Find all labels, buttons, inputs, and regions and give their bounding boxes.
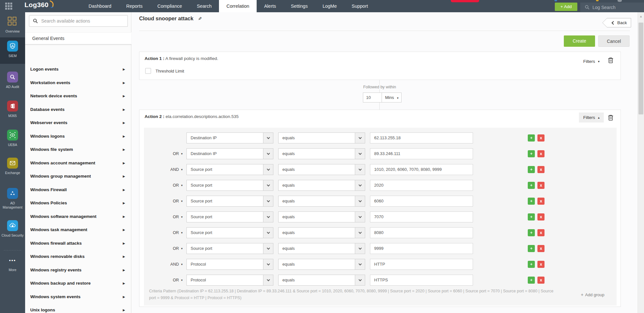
sidebar-module-ueba[interactable]: UEBA	[0, 130, 25, 147]
condition-select[interactable]: equals	[278, 259, 365, 270]
followed-by-value-input[interactable]: 10	[363, 93, 382, 103]
condition-select[interactable]: equals	[278, 164, 365, 175]
scroll-up-arrow[interactable]: ▲	[638, 14, 644, 19]
apps-grid-icon[interactable]	[5, 3, 13, 10]
sidebar-module-exchange[interactable]: Exchange	[0, 158, 25, 175]
sidebar-module-m365[interactable]: M365	[0, 101, 25, 118]
field-select[interactable]: Source port	[186, 180, 273, 191]
category-item[interactable]: Unix logons▸	[25, 303, 131, 313]
condition-select[interactable]: equals	[278, 243, 365, 254]
field-select[interactable]: Source port	[186, 164, 273, 175]
field-select[interactable]: Destination IP	[186, 132, 273, 143]
add-criteria-button[interactable]: +	[528, 229, 535, 236]
field-select[interactable]: Source port	[186, 196, 273, 207]
field-select[interactable]: Destination IP	[186, 148, 273, 159]
condition-select[interactable]: equals	[278, 275, 365, 286]
field-select[interactable]: Source port	[186, 243, 273, 254]
sidebar-module-siem[interactable]: SIEM	[0, 37, 25, 64]
back-button[interactable]: Back	[602, 18, 631, 27]
nav-item-dashboard[interactable]: Dashboard	[81, 0, 119, 12]
category-item[interactable]: Windows file system▸	[25, 143, 131, 156]
remove-criteria-button[interactable]: x	[537, 245, 545, 252]
condition-select[interactable]: equals	[278, 180, 365, 191]
condition-select[interactable]: equals	[278, 196, 365, 207]
nav-item-reports[interactable]: Reports	[119, 0, 150, 12]
field-select[interactable]: Source port	[186, 211, 273, 222]
value-input[interactable]: HTTPS	[370, 275, 473, 286]
field-select[interactable]: Protocol	[186, 259, 273, 270]
scrollbar-thumb[interactable]	[639, 23, 643, 114]
operator-select[interactable]: OR▾	[161, 180, 183, 191]
action2-delete-icon[interactable]	[608, 114, 613, 122]
add-button[interactable]: + Add	[555, 3, 577, 11]
category-item[interactable]: Windows firewall attacks▸	[25, 237, 131, 250]
remove-criteria-button[interactable]: x	[537, 134, 545, 142]
add-criteria-button[interactable]: +	[528, 150, 535, 157]
value-input[interactable]: 7070	[370, 211, 473, 222]
sidebar-module-ad-audit[interactable]: AD Audit	[0, 72, 25, 89]
action1-delete-icon[interactable]	[608, 57, 613, 65]
actions-search-input[interactable]: Search available actions	[29, 15, 128, 27]
category-item[interactable]: Database events▸	[25, 103, 131, 116]
remove-criteria-button[interactable]: x	[537, 213, 545, 220]
value-input[interactable]: 62.113.255.18	[370, 132, 473, 143]
category-item[interactable]: Windows software management▸	[25, 210, 131, 223]
create-button[interactable]: Create	[564, 35, 595, 47]
remove-criteria-button[interactable]: x	[537, 166, 545, 173]
operator-select[interactable]: OR▾	[161, 211, 183, 222]
nav-item-alerts[interactable]: Alerts	[257, 0, 283, 12]
sidebar-module-overview[interactable]: Overview	[0, 16, 25, 34]
condition-select[interactable]: equals	[278, 132, 365, 143]
nav-item-logme[interactable]: LogMe	[315, 0, 344, 12]
add-criteria-button[interactable]: +	[528, 213, 535, 220]
edit-title-icon[interactable]: ✎	[198, 16, 202, 21]
sidebar-module-ad-management[interactable]: AD Management	[0, 188, 25, 210]
sidebar-module-more[interactable]: •••More	[0, 255, 25, 272]
field-select[interactable]: Protocol	[186, 275, 273, 286]
category-item[interactable]: Windows Firewall▸	[25, 183, 131, 196]
log360-logo[interactable]: Log360	[24, 1, 55, 9]
operator-select[interactable]: AND▾	[161, 259, 183, 270]
action1-filters-toggle[interactable]: Filters ▾	[579, 56, 604, 66]
remove-criteria-button[interactable]: x	[537, 229, 545, 236]
condition-select[interactable]: equals	[278, 211, 365, 222]
add-criteria-button[interactable]: +	[528, 134, 535, 142]
value-input[interactable]: HTTP	[370, 259, 473, 270]
add-criteria-button[interactable]: +	[528, 261, 535, 268]
operator-select[interactable]: OR▾	[161, 243, 183, 254]
value-input[interactable]: 9999	[370, 243, 473, 254]
remove-criteria-button[interactable]: x	[537, 198, 545, 205]
value-input[interactable]: 6060	[370, 196, 473, 207]
category-item[interactable]: Windows task management▸	[25, 223, 131, 236]
category-item[interactable]: Windows Policies▸	[25, 196, 131, 210]
category-item[interactable]: Windows logons▸	[25, 130, 131, 143]
operator-select[interactable]: OR▾	[161, 275, 183, 286]
category-item[interactable]: Windows group management▸	[25, 170, 131, 183]
vertical-scrollbar[interactable]: ▲	[638, 12, 644, 313]
operator-select[interactable]: AND▾	[161, 164, 183, 175]
category-item[interactable]: Network device events▸	[25, 89, 131, 103]
action2-filters-toggle[interactable]: Filters ▴	[579, 112, 604, 122]
nav-item-search[interactable]: Search	[189, 0, 219, 12]
value-input[interactable]: 8080	[370, 227, 473, 238]
operator-select[interactable]: OR▾	[161, 148, 183, 159]
log-search-button[interactable]: Log Search	[580, 3, 644, 12]
category-item[interactable]: Workstation events▸	[25, 76, 131, 89]
add-criteria-button[interactable]: +	[528, 277, 535, 284]
category-item[interactable]: Windows removable disks▸	[25, 250, 131, 263]
nav-item-correlation[interactable]: Correlation	[219, 0, 257, 12]
threshold-limit-checkbox[interactable]	[145, 68, 151, 74]
field-select[interactable]: Source port	[186, 227, 273, 238]
add-criteria-button[interactable]: +	[528, 198, 535, 205]
remove-criteria-button[interactable]: x	[537, 277, 545, 284]
category-item[interactable]: Windows account management▸	[25, 156, 131, 170]
category-item[interactable]: Windows registry events▸	[25, 263, 131, 277]
followed-by-unit-select[interactable]: Mins ▾	[382, 93, 402, 103]
add-criteria-button[interactable]: +	[528, 182, 535, 189]
add-criteria-button[interactable]: +	[528, 166, 535, 173]
value-input[interactable]: 1010, 2020, 6060, 7070, 8080, 9999	[370, 164, 473, 175]
category-item[interactable]: Windows backup and restore▸	[25, 277, 131, 290]
operator-select[interactable]: OR▾	[161, 227, 183, 238]
category-item[interactable]: Webserver events▸	[25, 116, 131, 129]
remove-criteria-button[interactable]: x	[537, 150, 545, 157]
